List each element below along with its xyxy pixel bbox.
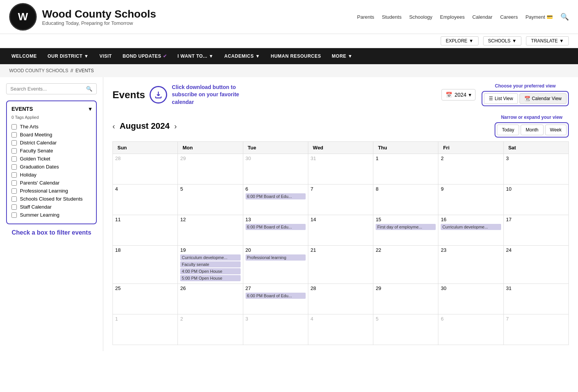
event-pill[interactable]: 6:00 PM Board of Edu... <box>246 193 306 199</box>
nav-schoology[interactable]: Schoology <box>409 14 433 20</box>
calendar-day[interactable]: 4 <box>308 314 373 345</box>
calendar-day[interactable]: 14 <box>308 215 373 246</box>
event-pill[interactable]: 5:00 PM Open House <box>180 275 240 281</box>
next-month-button[interactable]: › <box>174 122 177 131</box>
calendar-day[interactable]: 4 <box>113 185 178 215</box>
calendar-day[interactable]: 25 <box>113 284 178 314</box>
event-pill[interactable]: 6:00 PM Board of Edu... <box>246 293 306 299</box>
calendar-day[interactable]: 24 <box>503 246 568 284</box>
event-pill[interactable]: First day of employme... <box>376 224 436 230</box>
filter-checkbox-schools-closed[interactable] <box>11 196 17 202</box>
filter-item-faculty-senate[interactable]: Faculty Senate <box>11 147 91 155</box>
filter-checkbox-staff-calendar[interactable] <box>11 204 17 210</box>
today-button[interactable]: Today <box>497 125 519 135</box>
calendar-day[interactable]: 29 <box>373 284 438 314</box>
calendar-day[interactable]: 1 <box>113 314 178 345</box>
filter-item-the-arts[interactable]: The Arts <box>11 123 91 131</box>
filter-checkbox-summer-learning[interactable] <box>11 212 17 218</box>
search-input[interactable] <box>10 86 86 92</box>
calendar-day[interactable]: 28 <box>113 154 178 185</box>
nav-students[interactable]: Students <box>382 14 401 20</box>
calendar-view-button[interactable]: 📆 Calendar View <box>519 93 567 104</box>
filter-checkbox-faculty-senate[interactable] <box>11 148 17 154</box>
prev-month-button[interactable]: ‹ <box>112 122 115 131</box>
nav-bond-updates[interactable]: BOND UPDATES ✔ <box>117 48 172 64</box>
calendar-day[interactable]: 19Curriculum developme...Faculty senate4… <box>178 246 243 284</box>
calendar-day[interactable]: 2 <box>178 314 243 345</box>
calendar-day[interactable]: 276:00 PM Board of Edu... <box>243 284 308 314</box>
calendar-day[interactable]: 11 <box>113 215 178 246</box>
week-button[interactable]: Week <box>545 125 567 135</box>
event-pill[interactable]: Professional learning <box>246 254 306 261</box>
schools-button[interactable]: SCHOOLS ▼ <box>483 36 522 45</box>
month-button[interactable]: Month <box>521 125 543 135</box>
event-pill[interactable]: 4:00 PM Open House <box>180 268 240 274</box>
calendar-day[interactable]: 3 <box>503 154 568 185</box>
search-icon[interactable]: 🔍 <box>560 13 569 21</box>
filter-checkbox-district-calendar[interactable] <box>11 140 17 146</box>
list-view-button[interactable]: ☰ List View <box>484 93 518 104</box>
event-pill[interactable]: 6:00 PM Board of Edu... <box>246 224 306 230</box>
search-submit-button[interactable]: 🔍 <box>86 86 93 92</box>
calendar-day[interactable]: 21 <box>308 246 373 284</box>
calendar-day[interactable]: 20Professional learning <box>243 246 308 284</box>
filter-checkbox-parents-calendar[interactable] <box>11 180 17 186</box>
filter-checkbox-graduation-dates[interactable] <box>11 164 17 170</box>
filter-item-holiday[interactable]: Holiday <box>11 171 91 179</box>
nav-our-district[interactable]: OUR DISTRICT ▼ <box>42 48 94 64</box>
filter-item-parents-calendar[interactable]: Parents' Calendar <box>11 179 91 187</box>
calendar-day[interactable]: 15First day of employme... <box>373 215 438 246</box>
calendar-day[interactable]: 5 <box>373 314 438 345</box>
calendar-day[interactable]: 17 <box>503 215 568 246</box>
calendar-day[interactable]: 136:00 PM Board of Edu... <box>243 215 308 246</box>
filter-checkbox-holiday[interactable] <box>11 172 17 178</box>
calendar-day[interactable]: 30 <box>438 284 503 314</box>
search-box[interactable]: 🔍 <box>6 83 97 94</box>
nav-i-want-to[interactable]: I WANT TO... ▼ <box>172 48 219 64</box>
calendar-day[interactable]: 22 <box>373 246 438 284</box>
calendar-day[interactable]: 26 <box>178 284 243 314</box>
explore-button[interactable]: EXPLORE ▼ <box>441 36 479 45</box>
filter-item-graduation-dates[interactable]: Graduation Dates <box>11 163 91 171</box>
translate-button[interactable]: TRANSLATE ▼ <box>526 36 569 45</box>
filter-item-summer-learning[interactable]: Summer Learning <box>11 211 91 219</box>
nav-human-resources[interactable]: HUMAN RESOURCES <box>265 48 327 64</box>
calendar-day[interactable]: 23 <box>438 246 503 284</box>
filter-item-schools-closed[interactable]: Schools Closed for Students <box>11 195 91 203</box>
calendar-day[interactable]: 1 <box>373 154 438 185</box>
filter-checkbox-golden-ticket[interactable] <box>11 156 17 162</box>
calendar-day[interactable]: 10 <box>503 185 568 215</box>
year-selector[interactable]: 📅 2024 ▾ <box>441 89 475 100</box>
nav-careers[interactable]: Careers <box>500 14 518 20</box>
filter-item-staff-calendar[interactable]: Staff Calendar <box>11 203 91 211</box>
calendar-day[interactable]: 18 <box>113 246 178 284</box>
filter-item-golden-ticket[interactable]: Golden Ticket <box>11 155 91 163</box>
filter-checkbox-the-arts[interactable] <box>11 124 17 130</box>
event-pill[interactable]: Curriculum developme... <box>180 254 240 261</box>
event-pill[interactable]: Faculty senate <box>180 261 240 267</box>
calendar-day[interactable]: 28 <box>308 284 373 314</box>
nav-payment[interactable]: Payment 💳 <box>526 14 553 20</box>
calendar-day[interactable]: 7 <box>503 314 568 345</box>
nav-employees[interactable]: Employees <box>440 14 464 20</box>
filter-item-board-meeting[interactable]: Board Meeting <box>11 131 91 139</box>
calendar-day[interactable]: 8 <box>373 185 438 215</box>
nav-parents[interactable]: Parents <box>357 14 374 20</box>
nav-welcome[interactable]: WELCOME <box>6 48 42 64</box>
calendar-day[interactable]: 66:00 PM Board of Edu... <box>243 185 308 215</box>
calendar-day[interactable]: 29 <box>178 154 243 185</box>
calendar-day[interactable]: 9 <box>438 185 503 215</box>
calendar-day[interactable]: 5 <box>178 185 243 215</box>
calendar-day[interactable]: 2 <box>438 154 503 185</box>
calendar-day[interactable]: 16Curriculum developme... <box>438 215 503 246</box>
events-filter-header[interactable]: EVENTS ▾ <box>11 106 91 112</box>
nav-visit[interactable]: VISIT <box>94 48 117 64</box>
calendar-day[interactable]: 30 <box>243 154 308 185</box>
filter-item-district-calendar[interactable]: District Calendar <box>11 139 91 147</box>
filter-item-professional-learning[interactable]: Professional Learning <box>11 187 91 195</box>
event-pill[interactable]: Curriculum developme... <box>441 224 501 230</box>
calendar-day[interactable]: 3 <box>243 314 308 345</box>
calendar-day[interactable]: 31 <box>503 284 568 314</box>
calendar-day[interactable]: 7 <box>308 185 373 215</box>
calendar-day[interactable]: 31 <box>308 154 373 185</box>
